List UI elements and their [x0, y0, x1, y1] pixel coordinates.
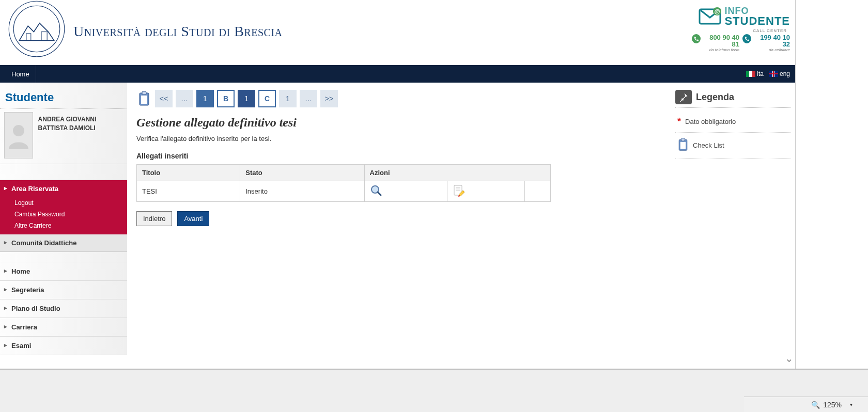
zoom-statusbar: 🔍 125% ▾	[744, 397, 868, 412]
wizard-steps: << … 1 B 1 C 1 … >>	[136, 90, 662, 107]
cell-titolo: TESI	[137, 181, 240, 202]
view-action-icon[interactable]	[370, 191, 382, 198]
sidebar-title: Studente	[0, 83, 127, 109]
phone-icon	[692, 34, 701, 43]
step-1c[interactable]: 1	[279, 90, 297, 107]
user-box: ANDREA GIOVANNI BATTISTA DAMIOLI	[0, 109, 127, 164]
top-navbar: Home ita eng	[0, 65, 795, 83]
callcenter-label: CALL CENTER	[692, 28, 787, 33]
sidebar-altre-carriere[interactable]: Altre Carriere	[0, 220, 127, 234]
step-next[interactable]: …	[300, 90, 317, 107]
step-1a[interactable]: 1	[196, 90, 214, 107]
lang-eng-label: eng	[780, 70, 790, 77]
phone-mobile-sub: da cellulare	[753, 47, 790, 52]
step-last[interactable]: >>	[320, 90, 338, 107]
scroll-down-chevron-icon[interactable]: ⌄	[785, 352, 794, 365]
th-azioni: Azioni	[364, 165, 550, 181]
next-button[interactable]: Avanti	[177, 211, 209, 226]
svg-rect-10	[141, 96, 147, 104]
flag-it-icon	[746, 71, 755, 77]
table-row: TESI Inserito	[137, 181, 551, 202]
svg-rect-9	[142, 91, 146, 94]
main-content: << … 1 B 1 C 1 … >> Gestione allegato de…	[127, 83, 671, 355]
svg-point-1	[13, 6, 60, 52]
step-B[interactable]: B	[217, 90, 235, 107]
sidebar-cambia-password[interactable]: Cambia Password	[0, 209, 127, 220]
step-prev[interactable]: …	[176, 90, 193, 107]
legend-checklist: Check List	[675, 133, 791, 159]
step-C[interactable]: C	[258, 90, 276, 107]
th-titolo: Titolo	[137, 165, 240, 181]
sidebar-logout[interactable]: Logout	[0, 197, 127, 209]
checklist-icon	[677, 138, 689, 153]
header: Università degli Studi di Brescia @ INFO…	[0, 0, 795, 65]
page-subtitle: Verifica l'allegato definitivo inserito …	[136, 135, 662, 142]
page-title: Gestione allegato definitivo tesi	[136, 116, 662, 130]
lang-eng[interactable]: eng	[769, 70, 790, 77]
sidebar-comunita[interactable]: Comunità Didattiche	[0, 234, 127, 252]
envelope-at-icon: @	[698, 6, 722, 27]
pin-icon	[675, 90, 692, 104]
lang-ita-label: ita	[757, 70, 764, 77]
svg-rect-18	[681, 138, 685, 141]
sidebar-area-riservata[interactable]: Area Riservata	[0, 180, 127, 197]
nav-home[interactable]: Home	[5, 65, 36, 83]
legend-panel: Legenda * Dato obbligatorio Check List	[671, 83, 795, 355]
sidebar-item-carriera[interactable]: Carriera	[0, 318, 127, 337]
lang-ita[interactable]: ita	[746, 70, 764, 77]
legend-mandatory-label: Dato obbligatorio	[685, 118, 736, 125]
step-first[interactable]: <<	[155, 90, 173, 107]
cell-stato: Inserito	[240, 181, 364, 202]
phone-icon	[742, 34, 751, 43]
back-button[interactable]: Indietro	[136, 211, 172, 226]
svg-text:@: @	[715, 8, 720, 14]
avatar-placeholder-icon	[4, 112, 33, 159]
university-seal-icon	[8, 0, 66, 58]
zoom-value: 125%	[823, 401, 842, 409]
section-heading: Allegati inseriti	[136, 152, 662, 160]
svg-rect-2	[26, 34, 31, 40]
flag-en-icon	[769, 71, 778, 77]
svg-point-0	[9, 1, 65, 57]
zoom-in-icon[interactable]: 🔍	[811, 401, 820, 409]
legend-mandatory: * Dato obbligatorio	[675, 111, 791, 133]
step-1b[interactable]: 1	[238, 90, 255, 107]
th-stato: Stato	[240, 165, 364, 181]
sidebar-item-home[interactable]: Home	[0, 262, 127, 281]
svg-point-7	[13, 125, 24, 136]
phone-landline[interactable]: 800 90 40 81 da telefono fisso	[692, 34, 739, 52]
phone-mobile[interactable]: 199 40 10 32 da cellulare	[742, 34, 790, 52]
sidebar-item-segreteria[interactable]: Segreteria	[0, 281, 127, 299]
attachments-table: Titolo Stato Azioni TESI Inserito	[136, 164, 551, 202]
legend-title: Legenda	[696, 92, 734, 103]
sidebar-item-piano-di-studio[interactable]: Piano di Studio	[0, 299, 127, 318]
sidebar: Studente ANDREA GIOVANNI BATTISTA DAMIOL…	[0, 83, 127, 355]
info-studente-box: @ INFO STUDENTE CALL CENTER 800 90 40 81…	[692, 6, 790, 52]
university-name: Università degli Studi di Brescia	[73, 23, 283, 40]
sidebar-item-esami[interactable]: Esami	[0, 337, 127, 355]
phone-landline-sub: da telefono fisso	[702, 47, 739, 52]
svg-rect-3	[41, 32, 47, 41]
user-name: ANDREA GIOVANNI BATTISTA DAMIOLI	[38, 112, 123, 133]
mandatory-star-icon: *	[677, 116, 681, 127]
browser-chrome-area: 🔍 125% ▾	[0, 369, 868, 412]
phone-mobile-number: 199 40 10 32	[753, 34, 790, 47]
info-label-2: STUDENTE	[724, 15, 790, 27]
svg-line-12	[378, 192, 381, 195]
phone-landline-number: 800 90 40 81	[702, 34, 739, 47]
clipboard-icon	[136, 90, 152, 107]
zoom-dropdown-icon[interactable]: ▾	[850, 402, 853, 407]
edit-action-icon[interactable]	[453, 191, 465, 198]
svg-rect-19	[680, 142, 686, 149]
legend-checklist-label: Check List	[693, 141, 724, 149]
